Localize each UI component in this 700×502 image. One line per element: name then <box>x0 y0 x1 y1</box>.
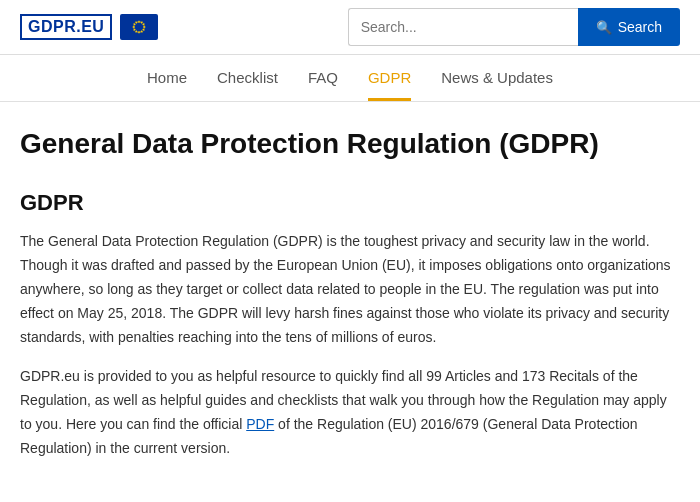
nav-item-checklist[interactable]: Checklist <box>217 69 278 101</box>
search-button[interactable]: 🔍 Search <box>578 8 680 46</box>
nav-item-gdpr[interactable]: GDPR <box>368 69 411 101</box>
search-area: 🔍 Search <box>348 8 680 46</box>
paragraph-1: The General Data Protection Regulation (… <box>20 230 680 349</box>
eu-flag-icon <box>120 14 158 40</box>
main-content: General Data Protection Regulation (GDPR… <box>0 102 700 502</box>
search-input[interactable] <box>348 8 578 46</box>
search-icon: 🔍 <box>596 20 612 35</box>
header: GDPR.EU <box>0 0 700 55</box>
search-button-label: Search <box>618 19 662 35</box>
pdf-link[interactable]: PDF <box>246 416 274 432</box>
nav-item-home[interactable]: Home <box>147 69 187 101</box>
logo-tld: .EU <box>76 18 104 35</box>
nav-item-news[interactable]: News & Updates <box>441 69 553 101</box>
logo-text: GDPR <box>28 18 76 35</box>
logo: GDPR.EU <box>20 14 112 40</box>
nav-item-faq[interactable]: FAQ <box>308 69 338 101</box>
page-title: General Data Protection Regulation (GDPR… <box>20 126 680 162</box>
main-nav: Home Checklist FAQ GDPR News & Updates <box>0 55 700 102</box>
logo-area: GDPR.EU <box>20 14 158 40</box>
section-heading: GDPR <box>20 190 680 216</box>
paragraph-2: GDPR.eu is provided to you as helpful re… <box>20 365 680 460</box>
